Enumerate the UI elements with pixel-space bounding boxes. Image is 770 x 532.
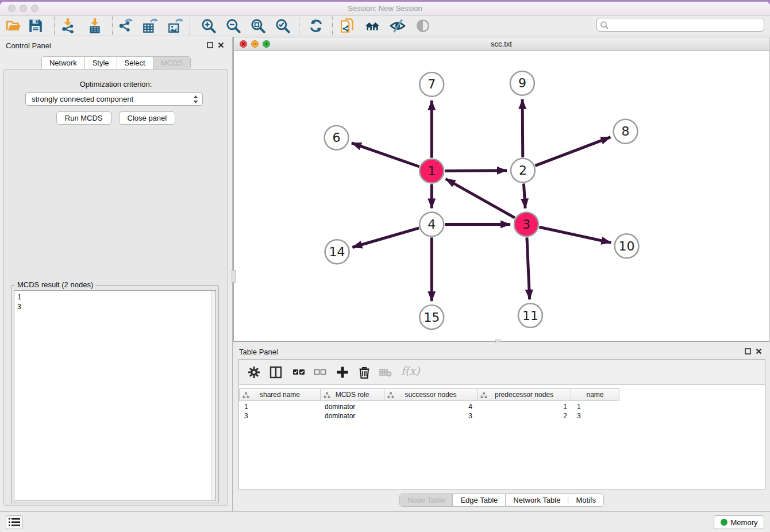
tab-node-table[interactable]: Node Table: [400, 494, 453, 506]
network-canvas[interactable]: 7968124314101511: [234, 51, 769, 341]
table-row[interactable]: 1 dominator 4 1 1: [239, 402, 619, 411]
cell-shared-name: 3: [239, 411, 321, 421]
float-panel-icon[interactable]: [207, 42, 213, 48]
stepper-arrows-icon: [193, 95, 198, 103]
graph-edge-2-8[interactable]: [535, 137, 610, 166]
zoom-out-icon[interactable]: [225, 18, 241, 34]
graph-edge-2-9[interactable]: [522, 99, 523, 157]
splitter-grip-vertical[interactable]: [232, 270, 236, 283]
network-view-window: scc.txt 7968124314101511: [233, 37, 769, 342]
zoom-selected-icon[interactable]: [275, 18, 291, 34]
table-row[interactable]: 3 dominator 3 2 3: [239, 411, 619, 421]
search-input[interactable]: [612, 20, 761, 30]
import-table-icon[interactable]: [87, 18, 103, 34]
column-header-name[interactable]: name: [571, 388, 619, 401]
tab-mcds[interactable]: MCDS: [153, 57, 190, 69]
graph-edge-3-1[interactable]: [446, 179, 515, 218]
columns-icon[interactable]: [269, 365, 283, 379]
graph-node-label-14: 14: [329, 245, 345, 259]
add-icon[interactable]: [336, 365, 349, 379]
optimization-criterion-label: Optimization criterion:: [4, 80, 228, 88]
cell-successor-nodes: 3: [384, 411, 478, 421]
cell-mcds-role: dominator: [321, 411, 384, 421]
list-icon: [9, 518, 20, 527]
table-toolbar: f(x): [239, 360, 765, 385]
select-all-checkboxes-icon[interactable]: [292, 365, 306, 379]
export-network-icon[interactable]: [117, 18, 133, 34]
save-icon[interactable]: [28, 18, 44, 34]
column-header-successor-nodes[interactable]: successor nodes: [384, 388, 478, 401]
eye-disabled-icon: [415, 18, 431, 34]
double-house-icon[interactable]: [364, 18, 380, 34]
cell-predecessor-nodes: 1: [478, 402, 571, 411]
run-mcds-button[interactable]: Run MCDS: [56, 111, 111, 125]
deselect-checkboxes-icon[interactable]: [313, 365, 327, 379]
clone-network-icon[interactable]: [340, 18, 356, 34]
mcds-result-group: MCDS result (2 nodes) 1 3: [11, 285, 219, 503]
close-panel-button[interactable]: Close panel: [119, 111, 176, 125]
zoom-fit-icon[interactable]: [250, 18, 266, 34]
cell-mcds-role: dominator: [321, 402, 384, 411]
graph-node-label-10: 10: [619, 239, 635, 253]
app-titlebar: Session: New Session: [0, 2, 770, 16]
cell-predecessor-nodes: 2: [478, 411, 571, 421]
column-header-predecessor-nodes[interactable]: predecessor nodes: [478, 388, 571, 401]
graph-edge-1-2[interactable]: [445, 171, 507, 171]
task-history-button[interactable]: [6, 515, 23, 529]
tab-select[interactable]: Select: [117, 57, 153, 69]
graph-node-label-2: 2: [519, 163, 527, 178]
app-title: Session: New Session: [0, 4, 770, 13]
graph-edge-4-14[interactable]: [352, 228, 419, 248]
float-table-panel-icon[interactable]: [745, 348, 751, 354]
graph-edge-3-11[interactable]: [527, 237, 530, 299]
hierarchy-icon: [480, 392, 487, 399]
graph-node-label-8: 8: [622, 124, 630, 138]
column-header-shared-name[interactable]: shared name: [239, 388, 321, 401]
eye-slash-icon[interactable]: [390, 18, 406, 34]
column-header-mcds-role[interactable]: MCDS role: [321, 388, 384, 401]
graph-node-label-4: 4: [428, 217, 436, 232]
tab-style[interactable]: Style: [85, 57, 117, 69]
result-scrollbar[interactable]: [211, 291, 215, 500]
search-icon: [600, 21, 609, 30]
refresh-layout-icon[interactable]: [308, 18, 324, 34]
mcds-result-textarea[interactable]: 1 3: [14, 290, 216, 500]
graph-edge-3-10[interactable]: [539, 227, 611, 242]
graph-node-label-1: 1: [428, 164, 436, 178]
graph-node-label-6: 6: [333, 130, 341, 145]
table-panel-title: Table Panel: [239, 348, 278, 356]
cell-name: 1: [571, 402, 619, 411]
import-network-icon[interactable]: [60, 18, 76, 34]
tab-edge-table[interactable]: Edge Table: [453, 494, 506, 506]
table-panel: Table Panel: [233, 343, 770, 511]
node-table-container: f(x) shared name MCDS role successor nod…: [238, 359, 765, 490]
hierarchy-icon: [387, 392, 394, 399]
close-table-panel-icon[interactable]: [756, 348, 762, 354]
gear-icon[interactable]: [247, 365, 261, 379]
graph-canvas: 7968124314101511: [234, 51, 769, 341]
graph-node-label-11: 11: [522, 309, 538, 323]
mcds-result-line: 3: [17, 302, 213, 311]
zoom-in-icon[interactable]: [201, 18, 217, 34]
trash-icon[interactable]: [357, 365, 371, 379]
export-image-icon[interactable]: [167, 18, 183, 34]
criterion-select[interactable]: strongly connected component: [25, 92, 203, 106]
graph-edge-1-6[interactable]: [352, 143, 419, 167]
open-folder-icon[interactable]: [6, 18, 22, 34]
tab-network[interactable]: Network: [42, 57, 85, 69]
graph-node-label-15: 15: [424, 310, 440, 325]
export-table-icon[interactable]: [142, 18, 158, 34]
tab-motifs[interactable]: Motifs: [568, 494, 603, 506]
status-bar: Memory: [0, 511, 770, 532]
main-toolbar: [0, 16, 770, 36]
close-panel-icon[interactable]: [218, 42, 224, 48]
graph-edge-2-3[interactable]: [523, 183, 525, 208]
tab-network-table[interactable]: Network Table: [506, 494, 568, 506]
hierarchy-icon: [324, 392, 330, 399]
function-builder-icon: f(x): [401, 364, 420, 377]
control-panel-title: Control Panel: [6, 41, 51, 50]
mcds-tab-content: Optimization criterion: strongly connect…: [3, 69, 228, 506]
toolbar-separator: [112, 17, 113, 35]
cell-name: 3: [571, 411, 619, 421]
memory-button[interactable]: Memory: [714, 515, 764, 529]
